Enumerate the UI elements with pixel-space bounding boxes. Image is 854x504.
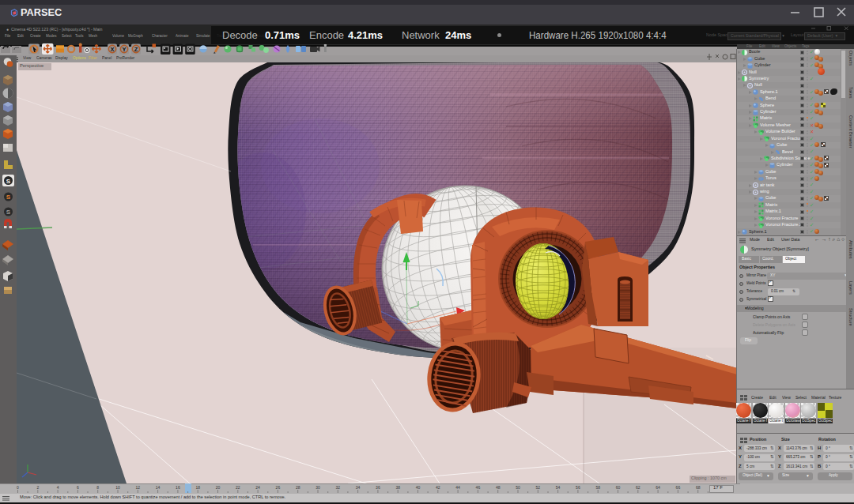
- svg-text:48: 48: [496, 485, 501, 490]
- svg-text:22: 22: [236, 485, 240, 490]
- svg-text:32: 32: [336, 485, 341, 490]
- svg-text:S: S: [6, 209, 11, 216]
- svg-text:34: 34: [356, 485, 361, 490]
- svg-text:68: 68: [696, 485, 701, 490]
- svg-text:18: 18: [195, 485, 200, 490]
- svg-text:20: 20: [216, 485, 221, 490]
- svg-text:6: 6: [77, 485, 79, 490]
- svg-text:16: 16: [176, 485, 180, 490]
- svg-text:46: 46: [476, 485, 481, 490]
- svg-text:S: S: [6, 194, 11, 201]
- svg-text:52: 52: [536, 485, 541, 490]
- svg-text:10: 10: [115, 485, 120, 490]
- svg-text:44: 44: [455, 485, 460, 490]
- svg-text:24: 24: [255, 485, 260, 490]
- svg-text:58: 58: [595, 485, 600, 490]
- svg-text:4: 4: [57, 485, 59, 490]
- svg-text:64: 64: [656, 485, 660, 490]
- svg-text:38: 38: [395, 485, 400, 490]
- svg-text:36: 36: [376, 485, 380, 490]
- svg-text:28: 28: [296, 485, 300, 490]
- svg-text:Y: Y: [122, 46, 126, 53]
- svg-text:26: 26: [276, 485, 281, 490]
- svg-text:Z: Z: [134, 46, 138, 53]
- svg-text:14: 14: [156, 485, 161, 490]
- svg-text:60: 60: [616, 485, 621, 490]
- svg-text:8: 8: [96, 485, 99, 490]
- svg-text:62: 62: [636, 485, 640, 490]
- svg-text:X: X: [110, 46, 114, 53]
- svg-text:12: 12: [136, 485, 141, 490]
- svg-text:0: 0: [17, 485, 19, 490]
- svg-text:40: 40: [416, 485, 421, 490]
- svg-text:2: 2: [36, 485, 39, 490]
- svg-text:S: S: [6, 178, 11, 185]
- svg-text:56: 56: [576, 485, 580, 490]
- svg-text:30: 30: [316, 485, 320, 490]
- svg-text:50: 50: [516, 485, 520, 490]
- svg-text:42: 42: [436, 485, 440, 490]
- svg-text:54: 54: [556, 485, 561, 490]
- svg-text:66: 66: [676, 485, 681, 490]
